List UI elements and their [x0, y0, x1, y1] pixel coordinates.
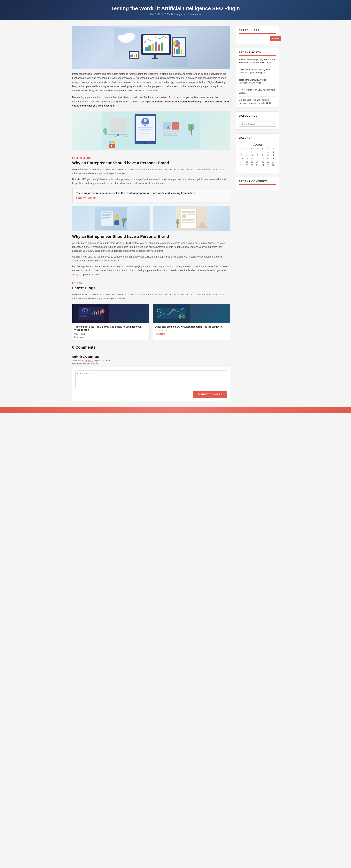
login-notice: You must be logged in to post a comment.	[72, 360, 230, 362]
cal-day	[265, 167, 270, 170]
svg-point-13	[155, 37, 157, 38]
login-link[interactable]: logged in	[85, 360, 93, 362]
article-body: Personal branding remains one of the bes…	[72, 72, 230, 108]
cal-day: 3	[239, 154, 244, 157]
svg-rect-70	[102, 218, 109, 219]
blog-card-title-2: Quick and Simple SEO Keyword Research Ti…	[155, 325, 228, 329]
svg-text:←: ←	[198, 218, 201, 221]
svg-point-40	[112, 141, 115, 144]
article-para-2: Developing a personal brand is more than…	[72, 95, 230, 108]
cal-day: 26	[249, 163, 255, 167]
recent-post-link-4[interactable]: How to Conduct an SEO Audit of Your Webs…	[239, 88, 276, 94]
comment-textarea[interactable]	[75, 371, 227, 388]
blog-card-1-svg: 88 M	[72, 304, 109, 323]
svg-text:50: 50	[115, 136, 117, 138]
category-select[interactable]: Select Category SEO Uncategorized	[239, 122, 276, 127]
cal-day: 25	[244, 163, 249, 167]
cal-day: 22	[265, 160, 270, 163]
recent-post-item-2: Quick and Simple SEO Keyword Research Ti…	[239, 68, 276, 76]
cal-day	[244, 167, 249, 170]
svg-rect-9	[155, 41, 157, 51]
blog-card-img-2: Uncategorized	[153, 304, 230, 323]
recent-post-link-2[interactable]: Quick and Simple SEO Keyword Research Ti…	[239, 68, 276, 74]
cal-day: 24	[239, 163, 244, 167]
svg-point-115	[182, 308, 184, 309]
cal-day: 1	[265, 150, 270, 154]
svg-rect-22	[181, 49, 182, 54]
brand-desc-2: Getting a well-paid job requires you to …	[72, 255, 230, 262]
cal-day	[249, 150, 255, 154]
svg-rect-92	[178, 223, 178, 228]
cal-day: 27	[255, 163, 260, 167]
svg-point-12	[148, 39, 149, 40]
quote-text: There are no secrets to success. It is t…	[76, 191, 227, 195]
submit-comment-button[interactable]: SUBMIT COMMENT	[193, 391, 227, 398]
brand-desc-3: By offering clients a chance to see what…	[72, 265, 230, 276]
search-form: Search	[239, 36, 276, 41]
svg-point-14	[163, 36, 164, 37]
svg-rect-74	[115, 221, 116, 225]
categories-title: CATEGORIES	[239, 114, 276, 119]
site-header: Testing the WordLift Artificial Intellig…	[0, 0, 351, 20]
blog-card-1: Uncategorized 88	[72, 304, 150, 341]
cal-day: 30	[270, 163, 276, 167]
calendar-table: M T W T F S S	[239, 148, 276, 170]
blog-card-date-2: May 7, 2021 |	[155, 330, 228, 332]
cal-link-7[interactable]: 7	[262, 154, 263, 156]
search-widget: SEARCH HERE Search	[236, 26, 279, 44]
footer-bar	[0, 407, 351, 413]
svg-rect-27	[132, 54, 133, 57]
svg-rect-86	[182, 220, 193, 221]
hero-illustration	[114, 28, 188, 67]
svg-text:M: M	[102, 311, 103, 312]
recent-post-link-3[interactable]: Testing the WordLift Artificial Intellig…	[239, 79, 276, 85]
svg-rect-48	[140, 129, 151, 130]
svg-rect-81	[182, 211, 195, 213]
search-button[interactable]: Search	[270, 36, 281, 41]
cal-day: 10	[239, 157, 244, 160]
comments-count: 0 Comments	[72, 345, 230, 352]
recent-posts-widget: RECENT POSTS Time to First Byte (TTFB): …	[236, 48, 279, 107]
benefits-label: OUR BENEFITS	[72, 157, 230, 159]
cal-day: 2	[270, 150, 276, 154]
svg-rect-63	[105, 133, 105, 139]
cal-day	[260, 167, 265, 170]
cal-hdr-s2: S	[270, 148, 276, 150]
svg-rect-50	[138, 133, 150, 134]
svg-point-111	[163, 313, 164, 314]
cal-day: 23	[270, 160, 276, 163]
svg-point-39	[108, 141, 112, 144]
benefits-title: Why an Entrepreneur Should have a Person…	[72, 161, 230, 165]
svg-point-110	[158, 316, 160, 317]
search-input[interactable]	[239, 36, 269, 41]
calendar-body: 1 2 3 4 5 6 7 8 9 10 11	[239, 150, 276, 170]
calendar-month: May 2021	[239, 144, 276, 146]
svg-rect-20	[176, 49, 178, 54]
blog-card-date-1: May 7, 2021 |	[74, 333, 148, 335]
blog-read-more-1[interactable]: Read More	[74, 336, 148, 338]
cal-day: 18	[244, 160, 249, 163]
svg-point-52	[144, 142, 146, 144]
cal-hdr-s1: S	[265, 148, 270, 150]
cal-day[interactable]: 7	[260, 154, 265, 157]
comment-form: SUBMIT COMMENT	[72, 367, 230, 401]
svg-rect-105	[79, 315, 87, 317]
svg-rect-103	[98, 310, 99, 314]
svg-rect-57	[163, 135, 179, 136]
cal-day: 5	[249, 154, 255, 157]
svg-rect-55	[163, 131, 180, 132]
calendar-widget: CALENDAR May 2021 M T W T F S S	[236, 133, 279, 173]
col-image-2: → ← ↕	[153, 206, 230, 231]
cal-day: 8	[265, 154, 270, 157]
recent-post-link-5[interactable]: 5 of the Best Free and Premium Keyword R…	[239, 98, 276, 104]
svg-rect-28	[134, 55, 135, 57]
svg-rect-68	[102, 215, 110, 216]
content-area: Personal branding remains one of the bes…	[72, 26, 230, 401]
recent-post-link-1[interactable]: Time to First Byte (TTFB): What It Is & …	[239, 58, 276, 64]
svg-rect-84	[187, 216, 194, 216]
two-col-images: → ← ↕	[72, 206, 230, 231]
submit-comment-title: Submit a Comment	[72, 355, 230, 358]
svg-rect-54	[171, 122, 180, 129]
blog-read-more-2[interactable]: Read More	[155, 333, 228, 335]
svg-text:A: A	[167, 125, 170, 129]
